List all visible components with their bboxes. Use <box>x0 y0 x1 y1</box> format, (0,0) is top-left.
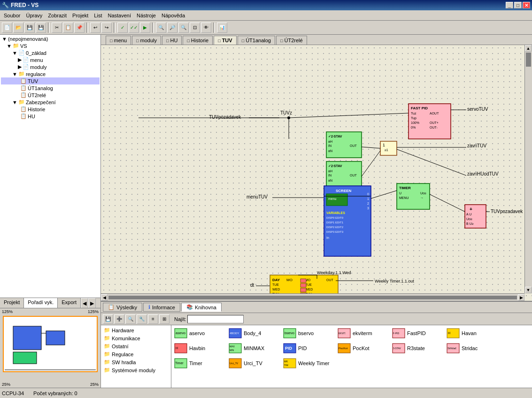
zoom-in-button[interactable]: 🔎 <box>167 23 177 33</box>
doc-icon-moduly: 📄 <box>23 64 29 70</box>
project-tree[interactable]: ▼ (nepojmenovaná) ▼ 📁 VS ▼ 📄 0_základ ▶ … <box>0 35 100 298</box>
maximize-button[interactable]: □ <box>514 2 522 8</box>
hscroll-left[interactable]: ◀ <box>101 294 108 301</box>
lib-item-weekly-timer[interactable]: WK TIM Weekly Timer <box>282 357 334 369</box>
mini-canvas[interactable] <box>3 316 98 372</box>
menu-list[interactable]: List <box>91 12 105 19</box>
tab-vysledky[interactable]: 📋 Výsledky <box>103 303 142 312</box>
canvas-vscroll[interactable]: ▲ ▼ <box>524 45 532 293</box>
lib-item-body4[interactable]: 4BODY Body_4 <box>228 327 279 339</box>
tree-label-hist: Historie <box>28 107 45 112</box>
lib-item-havbin[interactable]: H Havbin <box>173 342 225 354</box>
view-toggle[interactable]: 👁 <box>201 23 211 33</box>
lib-grid-btn[interactable]: ⊞ <box>159 314 170 324</box>
redo-button[interactable]: ↪ <box>101 23 112 33</box>
copy-button[interactable]: 📋 <box>63 23 73 33</box>
tree-item-hu[interactable]: 📋 HU <box>1 113 100 120</box>
tab-projekt[interactable]: Projekt <box>0 298 24 308</box>
nav-right[interactable]: ▶ <box>88 298 96 308</box>
chart-button[interactable]: 📊 <box>217 23 227 33</box>
new-button[interactable]: 📄 <box>2 23 12 33</box>
close-button[interactable]: ✕ <box>523 2 530 8</box>
folder-systemove[interactable]: 📁 Systémové moduly <box>102 366 170 374</box>
lib-item-stridac[interactable]: Střídač Stridac <box>446 342 497 354</box>
save-button[interactable]: 💾 <box>24 23 35 33</box>
menu-zobrazit[interactable]: Zobrazit <box>45 12 69 19</box>
lib-item-timer[interactable]: Timer Timer <box>173 357 225 369</box>
lib-item-aservo[interactable]: aservo aservo <box>173 327 225 339</box>
ctab-historie[interactable]: □ Historie <box>183 36 213 45</box>
urci-tv-label: Urci_TV <box>244 360 262 366</box>
tab-knihovna[interactable]: 📚 Knihovna <box>181 303 222 312</box>
folder-komunikace[interactable]: 📁 Komunikace <box>102 334 170 342</box>
lib-add-btn[interactable]: ➕ <box>114 314 124 324</box>
vscroll-thumb[interactable] <box>526 53 531 67</box>
canvas-area[interactable]: ▲ ▼ FAST PID <box>101 45 532 301</box>
lib-item-ekviterm[interactable]: EKVIT. ekviterm <box>337 327 388 339</box>
lib-item-havan[interactable]: H Havan <box>446 327 497 339</box>
compile-all-button[interactable]: ✓✓ <box>129 23 139 33</box>
tree-item-ut1[interactable]: 📋 ÚT1analog <box>1 84 100 92</box>
minimize-button[interactable]: _ <box>506 2 513 8</box>
tree-item-root[interactable]: ▼ (nepojmenovaná) <box>1 36 100 42</box>
folder-hardware[interactable]: 📁 Hardware <box>102 326 170 334</box>
lib-save-btn[interactable]: 💾 <box>103 314 113 324</box>
folder-sw-hradla[interactable]: 📁 SW hradla <box>102 358 170 366</box>
menu-nastaveni[interactable]: Nastavení <box>105 12 134 19</box>
run-button[interactable]: ▶ <box>140 23 150 33</box>
fit-button[interactable]: ⊡ <box>190 23 200 33</box>
menu-napoveda[interactable]: Nápověda <box>159 12 188 19</box>
undo-button[interactable]: ↩ <box>90 23 100 33</box>
compile-button[interactable]: ✓ <box>117 23 128 33</box>
search-input[interactable] <box>187 315 244 323</box>
tab-informace[interactable]: ℹ Informace <box>143 303 180 312</box>
ctab-ut2rele[interactable]: □ ÚT2relé <box>276 36 307 45</box>
nav-left[interactable]: ◀ <box>81 298 88 308</box>
search-button[interactable]: 🔍 <box>156 23 166 33</box>
lib-item-minmax[interactable]: MAX MIN MINMAX <box>228 342 279 354</box>
menu-nastroje[interactable]: Nástroje <box>134 12 159 19</box>
lib-item-pockot[interactable]: PocKot PocKot <box>337 342 388 354</box>
paste-button[interactable]: 📌 <box>74 23 85 33</box>
ctab-hu[interactable]: □ HU <box>162 36 182 45</box>
ctab-moduly[interactable]: □ moduly <box>132 36 161 45</box>
vscroll-down[interactable]: ▼ <box>525 287 532 293</box>
lib-search-btn[interactable]: 🔍 <box>125 314 136 324</box>
lib-item-pid[interactable]: PID PID <box>282 342 334 354</box>
tree-item-historie[interactable]: 📋 Historie <box>1 106 100 113</box>
ctab-tuv[interactable]: □ TUV <box>214 36 237 45</box>
lib-item-bservo[interactable]: bservo bservo <box>282 327 334 339</box>
lib-filter-btn[interactable]: 🔧 <box>137 314 147 324</box>
folder-ostatni[interactable]: 📁 Ostatní <box>102 342 170 350</box>
lib-item-urci-tv[interactable]: Urci_TV Urci_TV <box>228 357 279 369</box>
vscroll-up[interactable]: ▲ <box>525 45 532 52</box>
tree-item-zaklad[interactable]: ▼ 📄 0_základ <box>1 49 100 56</box>
menu-soubor[interactable]: Soubor <box>1 12 23 19</box>
tree-item-moduly[interactable]: ▶ 📄 moduly <box>1 63 100 70</box>
hscroll-right[interactable]: ▶ <box>518 294 524 301</box>
tree-item-tuv[interactable]: 📋 TUV <box>1 77 100 84</box>
folder-regulace[interactable]: 📁 Regulace <box>102 350 170 358</box>
ctab-ut1analog[interactable]: □ ÚT1analog <box>238 36 275 45</box>
tree-item-zabezpeceni[interactable]: ▼ 📁 Zabezpečení <box>1 99 100 106</box>
mini-hscroll[interactable] <box>5 369 96 370</box>
canvas-hscroll[interactable]: ◀ ▶ <box>101 293 524 301</box>
tree-item-regulace[interactable]: ▼ 📁 regulace <box>1 70 100 77</box>
cut-button[interactable]: ✂ <box>52 23 62 33</box>
tab-export[interactable]: Export <box>58 298 81 308</box>
open-button[interactable]: 📂 <box>13 23 23 33</box>
tree-item-ut2[interactable]: 📋 ÚT2relé <box>1 92 100 99</box>
lib-list-btn[interactable]: ≡ <box>148 314 158 324</box>
lib-item-fastpid[interactable]: F-PID FastPID <box>391 327 443 339</box>
ctab-menu[interactable]: □ menu <box>106 36 131 45</box>
save-all-button[interactable]: 💾 <box>36 23 46 33</box>
tree-item-menu[interactable]: ▶ 📄 menu <box>1 56 100 63</box>
menu-projekt[interactable]: Projekt <box>69 12 91 19</box>
tree-item-vs[interactable]: ▼ 📁 VS <box>1 42 100 49</box>
svg-text:Uo≥: Uo≥ <box>420 191 426 195</box>
tab-poradi-vyk[interactable]: Pořadí vyk. <box>24 298 58 308</box>
menu-upravy[interactable]: Úpravy <box>23 12 45 19</box>
hscroll-thumb[interactable] <box>108 296 517 299</box>
lib-item-r3state[interactable]: 3-STAV R3state <box>391 342 443 354</box>
zoom-out-button[interactable]: 🔍 <box>178 23 189 33</box>
